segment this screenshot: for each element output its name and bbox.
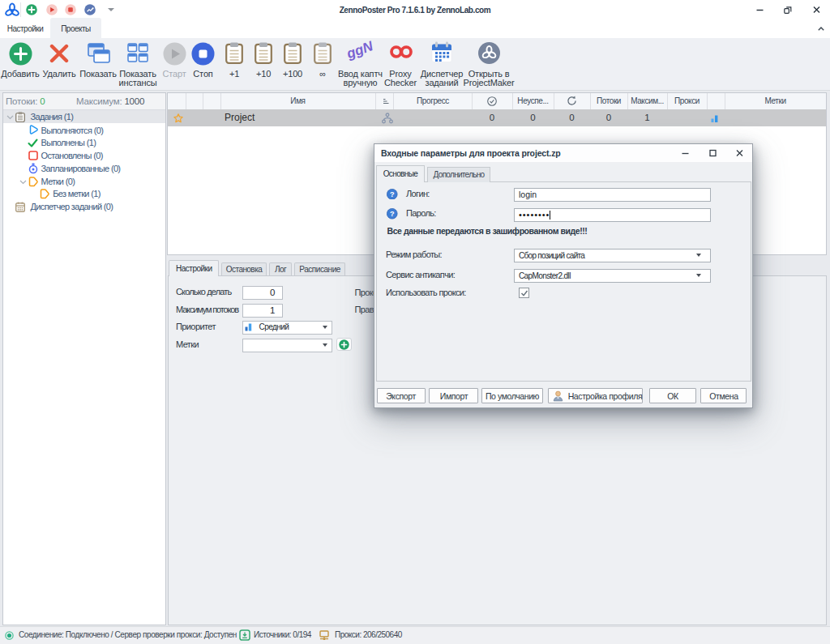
svg-text:?: ? <box>390 210 395 218</box>
svg-text:?: ? <box>390 190 395 198</box>
